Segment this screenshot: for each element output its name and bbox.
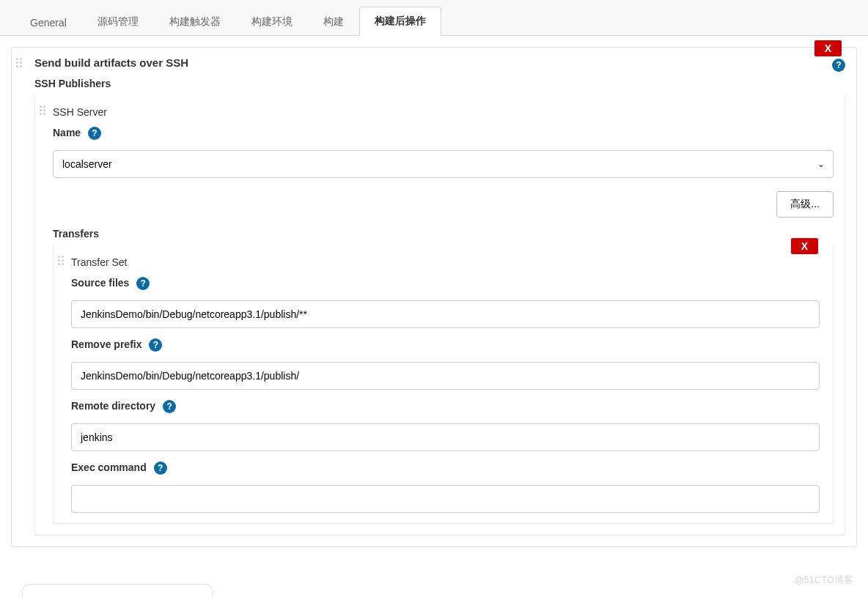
ssh-server-name-select[interactable]: localserver [53,150,834,178]
remote-directory-label: Remote directory [71,400,155,412]
transfer-set-title: Transfer Set [71,256,820,268]
help-icon[interactable]: ? [136,277,150,290]
help-icon[interactable]: ? [154,461,167,475]
transfers-label: Transfers [53,228,834,240]
advanced-button[interactable]: 高级... [776,191,834,218]
tab-build[interactable]: 构建 [308,7,359,36]
ssh-publishers-label: SSH Publishers [34,78,845,89]
help-icon[interactable]: ? [163,400,176,413]
section-title: Send build artifacts over SSH [34,56,845,69]
source-files-label: Source files [71,277,129,289]
transfer-set-section: X Transfer Set Source files ? Remove pre… [53,245,834,524]
help-icon[interactable]: ? [832,59,845,72]
drag-handle-icon[interactable] [16,58,23,68]
help-icon[interactable]: ? [88,127,101,140]
tab-scm[interactable]: 源码管理 [82,7,154,36]
tab-env[interactable]: 构建环境 [236,7,308,36]
page-footer-tab [22,584,213,597]
exec-command-label: Exec command [71,461,147,473]
tab-post-build[interactable]: 构建后操作 [359,7,441,36]
delete-transfer-button[interactable]: X [791,238,818,254]
remove-prefix-input[interactable] [71,362,820,390]
watermark-text: @51CTO博客 [794,574,853,587]
help-icon[interactable]: ? [149,338,162,352]
remove-prefix-label: Remove prefix [71,338,141,350]
tab-triggers[interactable]: 构建触发器 [154,7,236,36]
name-label: Name [53,127,81,138]
exec-command-input[interactable] [71,485,820,513]
ssh-server-title: SSH Server [53,106,834,118]
remote-directory-input[interactable] [71,423,820,451]
tab-general[interactable]: General [15,9,82,36]
post-build-action-section: X ? Send build artifacts over SSH SSH Pu… [11,47,857,547]
config-tabs: General 源码管理 构建触发器 构建环境 构建 构建后操作 [0,0,868,36]
ssh-server-section: SSH Server Name ? localserver ⌄ 高级... Tr… [34,95,845,535]
drag-handle-icon[interactable] [40,105,47,116]
source-files-input[interactable] [71,300,820,328]
drag-handle-icon[interactable] [58,256,65,266]
delete-action-button[interactable]: X [814,40,842,56]
